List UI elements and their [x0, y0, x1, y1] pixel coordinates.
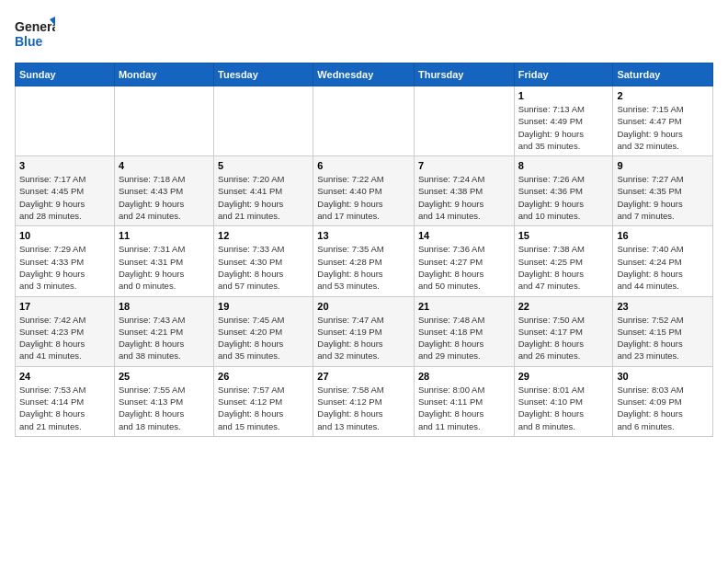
day-info: Sunrise: 7:26 AM Sunset: 4:36 PM Dayligh… [518, 173, 609, 222]
day-number: 25 [119, 371, 210, 382]
day-info: Sunrise: 7:36 AM Sunset: 4:27 PM Dayligh… [418, 243, 510, 292]
calendar-cell: 15Sunrise: 7:38 AM Sunset: 4:25 PM Dayli… [514, 226, 613, 296]
day-info: Sunrise: 7:33 AM Sunset: 4:30 PM Dayligh… [218, 243, 309, 292]
day-info: Sunrise: 7:35 AM Sunset: 4:28 PM Dayligh… [317, 243, 410, 292]
calendar-cell: 8Sunrise: 7:26 AM Sunset: 4:36 PM Daylig… [514, 156, 613, 226]
day-number: 29 [518, 371, 609, 382]
calendar-cell: 19Sunrise: 7:45 AM Sunset: 4:20 PM Dayli… [214, 296, 313, 366]
calendar-cell: 29Sunrise: 8:01 AM Sunset: 4:10 PM Dayli… [514, 366, 613, 436]
calendar-cell [313, 86, 415, 156]
day-number: 12 [218, 230, 309, 241]
calendar-cell: 10Sunrise: 7:29 AM Sunset: 4:33 PM Dayli… [16, 226, 115, 296]
day-header-wednesday: Wednesday [313, 63, 415, 86]
day-info: Sunrise: 8:00 AM Sunset: 4:11 PM Dayligh… [418, 384, 510, 432]
day-number: 7 [418, 160, 510, 171]
day-number: 8 [518, 160, 609, 171]
day-number: 13 [317, 230, 410, 241]
day-info: Sunrise: 7:15 AM Sunset: 4:47 PM Dayligh… [617, 103, 709, 152]
day-header-saturday: Saturday [613, 63, 713, 86]
calendar-cell: 22Sunrise: 7:50 AM Sunset: 4:17 PM Dayli… [514, 296, 613, 366]
calendar-cell: 13Sunrise: 7:35 AM Sunset: 4:28 PM Dayli… [313, 226, 415, 296]
calendar-cell: 5Sunrise: 7:20 AM Sunset: 4:41 PM Daylig… [214, 156, 313, 226]
logo-icon: General Blue [15, 15, 55, 52]
calendar-cell: 20Sunrise: 7:47 AM Sunset: 4:19 PM Dayli… [313, 296, 415, 366]
day-number: 14 [418, 230, 510, 241]
calendar-table: SundayMondayTuesdayWednesdayThursdayFrid… [15, 63, 713, 437]
day-number: 11 [119, 230, 210, 241]
day-info: Sunrise: 7:45 AM Sunset: 4:20 PM Dayligh… [218, 314, 309, 362]
day-number: 22 [518, 301, 609, 312]
day-number: 23 [617, 301, 709, 312]
day-number: 9 [617, 160, 709, 171]
day-number: 6 [317, 160, 410, 171]
day-info: Sunrise: 7:31 AM Sunset: 4:31 PM Dayligh… [119, 243, 210, 292]
day-number: 24 [19, 371, 110, 382]
calendar-cell: 1Sunrise: 7:13 AM Sunset: 4:49 PM Daylig… [514, 86, 613, 156]
week-row-5: 24Sunrise: 7:53 AM Sunset: 4:14 PM Dayli… [16, 366, 713, 436]
day-number: 2 [617, 90, 709, 101]
day-number: 16 [617, 230, 709, 241]
day-info: Sunrise: 7:24 AM Sunset: 4:38 PM Dayligh… [418, 173, 510, 222]
calendar-cell: 18Sunrise: 7:43 AM Sunset: 4:21 PM Dayli… [114, 296, 213, 366]
calendar-cell: 25Sunrise: 7:55 AM Sunset: 4:13 PM Dayli… [114, 366, 213, 436]
day-number: 4 [119, 160, 210, 171]
calendar-cell: 4Sunrise: 7:18 AM Sunset: 4:43 PM Daylig… [114, 156, 213, 226]
day-info: Sunrise: 7:40 AM Sunset: 4:24 PM Dayligh… [617, 243, 709, 292]
week-row-2: 3Sunrise: 7:17 AM Sunset: 4:45 PM Daylig… [16, 156, 713, 226]
calendar-cell: 28Sunrise: 8:00 AM Sunset: 4:11 PM Dayli… [414, 366, 514, 436]
day-info: Sunrise: 7:17 AM Sunset: 4:45 PM Dayligh… [19, 173, 110, 222]
day-header-thursday: Thursday [414, 63, 514, 86]
calendar-cell: 24Sunrise: 7:53 AM Sunset: 4:14 PM Dayli… [16, 366, 115, 436]
calendar-cell: 23Sunrise: 7:52 AM Sunset: 4:15 PM Dayli… [613, 296, 713, 366]
day-number: 20 [317, 301, 410, 312]
day-number: 21 [418, 301, 510, 312]
day-number: 27 [317, 371, 410, 382]
day-number: 30 [617, 371, 709, 382]
day-info: Sunrise: 7:52 AM Sunset: 4:15 PM Dayligh… [617, 314, 709, 362]
calendar-cell: 2Sunrise: 7:15 AM Sunset: 4:47 PM Daylig… [613, 86, 713, 156]
calendar-cell [16, 86, 115, 156]
calendar-cell: 16Sunrise: 7:40 AM Sunset: 4:24 PM Dayli… [613, 226, 713, 296]
day-info: Sunrise: 7:13 AM Sunset: 4:49 PM Dayligh… [518, 103, 609, 152]
day-info: Sunrise: 8:01 AM Sunset: 4:10 PM Dayligh… [518, 384, 609, 432]
calendar-cell [414, 86, 514, 156]
day-info: Sunrise: 7:48 AM Sunset: 4:18 PM Dayligh… [418, 314, 510, 362]
day-number: 17 [19, 301, 110, 312]
day-number: 10 [19, 230, 110, 241]
calendar-cell: 12Sunrise: 7:33 AM Sunset: 4:30 PM Dayli… [214, 226, 313, 296]
logo: General Blue [15, 15, 55, 52]
day-number: 19 [218, 301, 309, 312]
day-info: Sunrise: 7:58 AM Sunset: 4:12 PM Dayligh… [317, 384, 410, 432]
calendar-cell: 11Sunrise: 7:31 AM Sunset: 4:31 PM Dayli… [114, 226, 213, 296]
day-info: Sunrise: 7:42 AM Sunset: 4:23 PM Dayligh… [19, 314, 110, 362]
calendar-cell: 3Sunrise: 7:17 AM Sunset: 4:45 PM Daylig… [16, 156, 115, 226]
svg-text:Blue: Blue [15, 34, 43, 49]
day-info: Sunrise: 7:18 AM Sunset: 4:43 PM Dayligh… [119, 173, 210, 222]
day-number: 18 [119, 301, 210, 312]
week-row-4: 17Sunrise: 7:42 AM Sunset: 4:23 PM Dayli… [16, 296, 713, 366]
day-header-sunday: Sunday [16, 63, 115, 86]
day-number: 3 [19, 160, 110, 171]
page-header: General Blue [15, 15, 713, 52]
calendar-cell: 21Sunrise: 7:48 AM Sunset: 4:18 PM Dayli… [414, 296, 514, 366]
day-info: Sunrise: 7:57 AM Sunset: 4:12 PM Dayligh… [218, 384, 309, 432]
calendar-cell: 14Sunrise: 7:36 AM Sunset: 4:27 PM Dayli… [414, 226, 514, 296]
day-info: Sunrise: 7:29 AM Sunset: 4:33 PM Dayligh… [19, 243, 110, 292]
day-number: 1 [518, 90, 609, 101]
calendar-cell: 26Sunrise: 7:57 AM Sunset: 4:12 PM Dayli… [214, 366, 313, 436]
calendar-cell: 6Sunrise: 7:22 AM Sunset: 4:40 PM Daylig… [313, 156, 415, 226]
day-info: Sunrise: 7:22 AM Sunset: 4:40 PM Dayligh… [317, 173, 410, 222]
day-header-friday: Friday [514, 63, 613, 86]
calendar-cell: 7Sunrise: 7:24 AM Sunset: 4:38 PM Daylig… [414, 156, 514, 226]
day-info: Sunrise: 7:53 AM Sunset: 4:14 PM Dayligh… [19, 384, 110, 432]
day-header-tuesday: Tuesday [214, 63, 313, 86]
day-info: Sunrise: 7:20 AM Sunset: 4:41 PM Dayligh… [218, 173, 309, 222]
calendar-cell: 27Sunrise: 7:58 AM Sunset: 4:12 PM Dayli… [313, 366, 415, 436]
day-info: Sunrise: 7:55 AM Sunset: 4:13 PM Dayligh… [119, 384, 210, 432]
calendar-cell [114, 86, 213, 156]
day-info: Sunrise: 7:47 AM Sunset: 4:19 PM Dayligh… [317, 314, 410, 362]
day-number: 26 [218, 371, 309, 382]
calendar-cell: 30Sunrise: 8:03 AM Sunset: 4:09 PM Dayli… [613, 366, 713, 436]
day-info: Sunrise: 7:43 AM Sunset: 4:21 PM Dayligh… [119, 314, 210, 362]
day-info: Sunrise: 7:38 AM Sunset: 4:25 PM Dayligh… [518, 243, 609, 292]
